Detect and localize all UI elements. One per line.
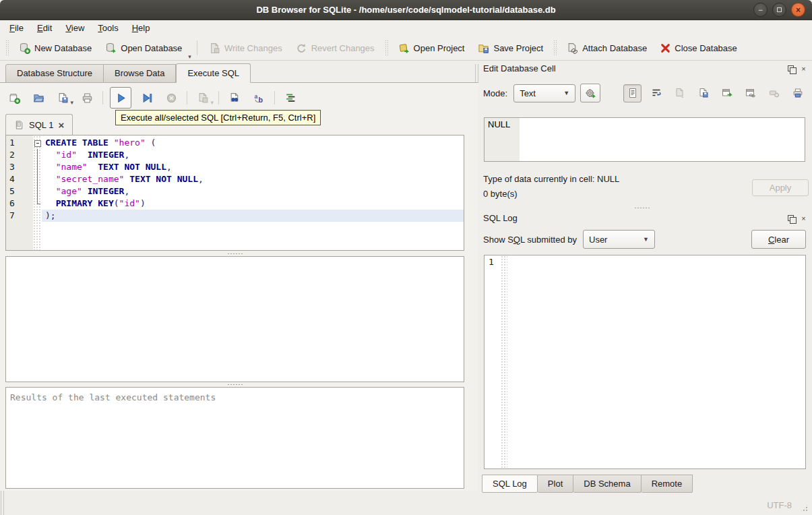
open-database-button[interactable]: Open Database xyxy=(99,39,188,57)
log-filter-select[interactable]: User ▼ xyxy=(583,230,655,249)
execute-sql-panel: ▾ ▾ ab SQL 1 × 1CREATE TABLE "hero" ( xyxy=(0,82,478,491)
results-pane: Results of the last executed statements xyxy=(5,387,464,489)
import-in-app-button[interactable] xyxy=(580,84,600,102)
minimize-icon: − xyxy=(758,6,763,14)
log-fold-margin xyxy=(501,255,507,468)
log-filter-label: Show SQL submitted by xyxy=(483,235,577,245)
menu-file[interactable]: File xyxy=(3,21,30,35)
menubar: File Edit View Tools Help xyxy=(0,20,812,36)
save-project-button[interactable]: Save Project xyxy=(472,39,549,57)
execute-all-button[interactable] xyxy=(110,87,131,109)
close-dock-button[interactable]: × xyxy=(799,64,808,73)
dock-area: Edit Database Cell × Mode: Text ▼ NULL T… xyxy=(478,61,812,515)
attach-database-button[interactable]: Attach Database xyxy=(561,39,653,57)
mode-select[interactable]: Text ▼ xyxy=(513,84,575,102)
maximize-button[interactable] xyxy=(772,3,786,17)
stop-icon xyxy=(166,92,177,104)
editor-line[interactable]: 3 "name" TEXT NOT NULL, xyxy=(6,161,464,173)
tab-browse-data[interactable]: Browse Data xyxy=(104,64,176,83)
cell-value-editor[interactable]: NULL xyxy=(484,117,805,162)
tab-remote[interactable]: Remote xyxy=(642,475,693,493)
database-open-icon xyxy=(105,42,117,54)
sql-doc-tabbar: SQL 1 × xyxy=(5,114,73,135)
apply-button: Apply xyxy=(752,179,809,196)
minimize-button[interactable]: − xyxy=(753,3,768,17)
open-sql-file-icon xyxy=(33,92,44,104)
edit-cell-dock-header: Edit Database Cell × xyxy=(483,63,808,73)
print-icon xyxy=(82,92,93,104)
attach-database-icon xyxy=(567,42,578,54)
word-wrap-button[interactable] xyxy=(647,84,665,102)
toolbar-drag-handle[interactable] xyxy=(5,40,9,56)
window-controls: − × xyxy=(753,3,805,17)
menu-help[interactable]: Help xyxy=(125,21,157,35)
float-dock-button[interactable] xyxy=(786,64,795,73)
new-database-button[interactable]: New Database xyxy=(13,39,98,57)
editor-line[interactable]: 7); xyxy=(6,210,464,222)
editor-line[interactable]: 4 "secret_name" TEXT NOT NULL, xyxy=(6,173,464,185)
replace-icon: ab xyxy=(253,92,265,104)
fold-margin xyxy=(33,149,42,161)
dock-splitter-handle[interactable] xyxy=(478,205,805,210)
format-sql-icon xyxy=(285,92,296,104)
sql1-tab[interactable]: SQL 1 × xyxy=(5,114,73,135)
toolbar-drag-handle[interactable] xyxy=(385,40,388,56)
open-project-button[interactable]: Open Project xyxy=(392,39,471,57)
save-as-icon xyxy=(698,88,709,98)
link-button[interactable] xyxy=(741,84,759,102)
menu-view[interactable]: View xyxy=(59,21,91,35)
float-dock-button[interactable] xyxy=(786,214,795,222)
export-data-button[interactable] xyxy=(694,84,712,102)
close-database-icon xyxy=(660,43,670,53)
open-sql-file-button[interactable] xyxy=(30,89,47,107)
set-null-button xyxy=(765,84,783,102)
save-sql-file-button[interactable]: ▾ xyxy=(54,89,71,107)
text-mode-button[interactable] xyxy=(623,84,642,102)
revert-changes-icon xyxy=(296,42,307,54)
splitter-handle[interactable] xyxy=(5,382,464,387)
close-button[interactable]: × xyxy=(791,3,805,17)
print-sql-button[interactable] xyxy=(78,89,96,107)
toolbar-separator xyxy=(197,40,197,55)
write-changes-button: Write Changes xyxy=(203,39,288,57)
format-sql-button[interactable] xyxy=(282,89,299,107)
close-icon: × xyxy=(801,65,805,73)
toolbar-drag-handle[interactable] xyxy=(553,40,557,56)
dock-tabbar: SQL Log Plot DB Schema Remote xyxy=(482,475,693,493)
execute-all-icon xyxy=(115,92,127,104)
execute-current-line-button[interactable] xyxy=(138,89,156,107)
edit-cell-title: Edit Database Cell xyxy=(483,63,782,73)
editor-line[interactable]: 1CREATE TABLE "hero" ( xyxy=(6,137,464,149)
fold-marker-icon[interactable] xyxy=(33,137,42,149)
tab-plot[interactable]: Plot xyxy=(538,475,573,493)
sql-editor-lines: 1CREATE TABLE "hero" (2 "id" INTEGER,3 "… xyxy=(6,137,464,222)
tab-sql-log[interactable]: SQL Log xyxy=(482,475,538,493)
print-cell-button[interactable] xyxy=(788,84,807,102)
results-placeholder: Results of the last executed statements xyxy=(10,392,216,402)
sql-log-view[interactable]: 1 xyxy=(484,255,806,469)
fold-margin xyxy=(33,173,42,185)
gear-import-icon xyxy=(585,88,596,99)
float-icon xyxy=(788,65,794,71)
close-database-button[interactable]: Close Database xyxy=(654,40,743,57)
titlebar: DB Browser for SQLite - /home/user/code/… xyxy=(0,0,812,20)
tab-execute-sql[interactable]: Execute SQL xyxy=(176,63,251,83)
replace-button[interactable]: ab xyxy=(250,89,268,107)
new-tab-button[interactable] xyxy=(5,89,23,107)
tab-db-schema[interactable]: DB Schema xyxy=(573,475,641,493)
find-button[interactable] xyxy=(226,89,243,107)
menu-edit[interactable]: Edit xyxy=(30,21,59,35)
open-external-button[interactable] xyxy=(718,84,736,102)
close-dock-button[interactable]: × xyxy=(799,214,808,222)
open-database-dropdown[interactable]: ▾ xyxy=(188,53,191,60)
editor-line[interactable]: 2 "id" INTEGER, xyxy=(6,149,464,161)
tab-database-structure[interactable]: Database Structure xyxy=(5,64,104,83)
find-icon xyxy=(229,92,241,104)
close-tab-icon[interactable]: × xyxy=(58,119,64,131)
menu-tools[interactable]: Tools xyxy=(91,21,125,35)
clear-log-button[interactable]: Clear xyxy=(751,230,806,249)
editor-line[interactable]: 6 PRIMARY KEY("id") xyxy=(6,198,464,210)
splitter-handle[interactable] xyxy=(5,251,464,256)
sql-editor[interactable]: 1CREATE TABLE "hero" (2 "id" INTEGER,3 "… xyxy=(5,135,464,251)
editor-line[interactable]: 5 "age" INTEGER, xyxy=(6,185,464,198)
